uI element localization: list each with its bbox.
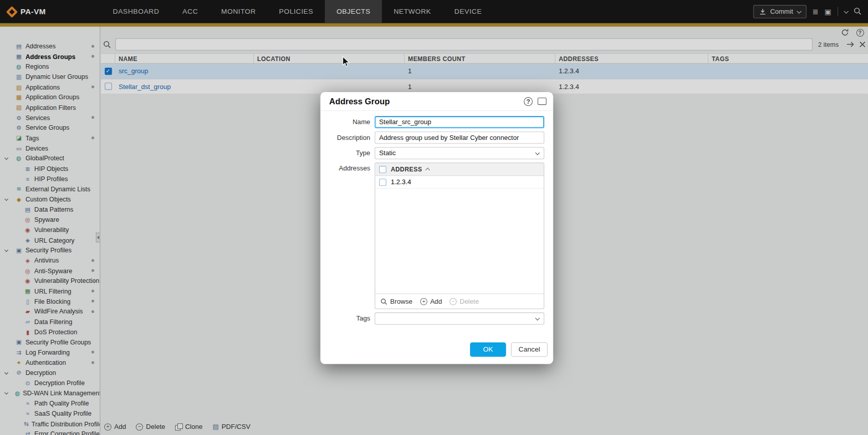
- browse-icon: [380, 298, 387, 305]
- addresses-listbox: ADDRESS 1.2.3.4 Browse +Add: [375, 163, 544, 309]
- dialog-header: Address Group ?: [320, 92, 553, 111]
- select-all-checkbox[interactable]: [379, 166, 386, 173]
- address-list-item[interactable]: 1.2.3.4: [375, 176, 544, 189]
- addresses-list-header: ADDRESS: [375, 163, 544, 176]
- tags-label: Tags: [320, 314, 375, 322]
- chevron-down-icon: [535, 316, 540, 321]
- address-checkbox[interactable]: [379, 179, 386, 186]
- addresses-label: Addresses: [320, 163, 375, 172]
- name-field[interactable]: [375, 116, 544, 128]
- dock-window-icon[interactable]: [538, 98, 546, 105]
- chevron-down-icon: [535, 151, 540, 155]
- description-field[interactable]: [375, 131, 544, 143]
- pa-vm-objects-page: PA-VM DASHBOARD ACC MONITOR POLICIES OBJ…: [0, 0, 868, 435]
- description-label: Description: [320, 134, 375, 141]
- browse-button[interactable]: Browse: [380, 298, 412, 305]
- plus-icon: +: [420, 298, 427, 305]
- cancel-button[interactable]: Cancel: [511, 342, 548, 357]
- add-address-label: Add: [430, 298, 442, 305]
- dialog-title: Address Group: [329, 97, 524, 106]
- dialog-footer: OK Cancel: [320, 328, 553, 364]
- type-select[interactable]: Static: [375, 147, 544, 159]
- dialog-form: Name Description Type Static Addresses: [320, 111, 553, 325]
- addresses-empty-area: [375, 189, 544, 294]
- tags-select[interactable]: [375, 312, 544, 325]
- name-label: Name: [320, 118, 375, 126]
- type-selected-value: Static: [379, 149, 396, 157]
- ok-button[interactable]: OK: [470, 342, 506, 357]
- add-address-button[interactable]: +Add: [420, 298, 442, 305]
- delete-address-button[interactable]: −Delete: [450, 298, 479, 305]
- address-group-dialog: Address Group ? Name Description Type St…: [320, 92, 553, 364]
- sort-ascending-icon[interactable]: [425, 168, 429, 172]
- browse-label: Browse: [390, 298, 413, 305]
- minus-icon: −: [450, 298, 457, 305]
- address-value: 1.2.3.4: [391, 178, 411, 186]
- addresses-toolbar: Browse +Add −Delete: [375, 294, 544, 308]
- type-label: Type: [320, 149, 375, 157]
- address-column-header[interactable]: ADDRESS: [391, 166, 422, 172]
- help-icon[interactable]: ?: [524, 97, 533, 105]
- delete-address-label: Delete: [460, 298, 479, 305]
